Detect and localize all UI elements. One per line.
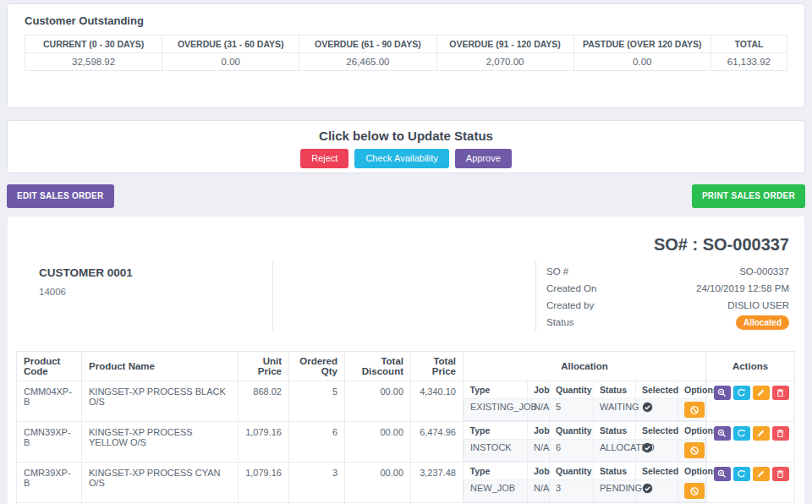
deallocate-button[interactable] xyxy=(684,402,705,418)
customer-code: 14006 xyxy=(39,287,272,297)
items-header-actions: Actions xyxy=(706,352,795,381)
search-plus-icon xyxy=(717,469,727,479)
ordered-qty-cell: 3 xyxy=(289,463,345,503)
outstanding-column-header: TOTAL xyxy=(710,36,787,53)
allocation-selected-cell xyxy=(636,480,678,502)
meta-line-status: Status Allocated xyxy=(546,314,789,331)
allocation-table: TypeJobQuantityStatusSelectedOptionsINST… xyxy=(464,422,707,462)
allocation-header: Job xyxy=(528,381,550,399)
outstanding-value: 0.00 xyxy=(573,53,710,71)
allocation-type-cell: INSTOCK xyxy=(464,440,528,462)
allocation-status-cell: ALLOCATED xyxy=(594,440,636,462)
allocation-status-cell: WAITING xyxy=(594,399,636,421)
table-row: CMN39XP-BKINGSET-XP PROCESS YELLOW O/S1,… xyxy=(17,422,795,463)
outstanding-value: 26,465.00 xyxy=(299,53,436,71)
allocation-selected-cell xyxy=(636,399,678,421)
items-header-ordered-qty: Ordered Qty xyxy=(289,352,345,381)
product-code-cell: CMN39XP-B xyxy=(17,422,82,463)
search-plus-icon xyxy=(717,429,727,438)
order-action-bar: EDIT SALES ORDER PRINT SALES ORDER xyxy=(7,184,805,208)
meta-label: SO # xyxy=(546,266,568,277)
edit-pencil-icon xyxy=(756,388,765,397)
refresh-allocation-button[interactable] xyxy=(733,386,750,400)
allocation-data-row: EXISTING_JOBN/A5WAITING xyxy=(464,399,707,421)
update-status-buttons: Reject Check Availability Approve xyxy=(8,149,804,168)
allocation-header: Selected xyxy=(636,463,678,480)
edit-pencil-icon xyxy=(756,469,765,479)
refresh-allocation-button[interactable] xyxy=(733,467,750,481)
meta-line-created-on: Created On 24/10/2019 12:58 PM xyxy=(546,280,789,297)
outstanding-column-header: OVERDUE (91 - 120 DAYS) xyxy=(436,36,573,53)
outstanding-column-header: CURRENT (0 - 30 DAYS) xyxy=(25,36,162,53)
refresh-allocation-button[interactable] xyxy=(733,426,750,441)
outstanding-value: 2,070.00 xyxy=(436,53,573,71)
ordered-qty-cell: 6 xyxy=(289,422,345,463)
unit-price-cell: 1,079.16 xyxy=(239,422,289,463)
outstanding-column-header: PASTDUE (OVER 120 DAYS) xyxy=(573,36,710,53)
deallocate-button[interactable] xyxy=(684,442,705,458)
approve-button[interactable]: Approve xyxy=(455,149,512,168)
view-allocation-button[interactable] xyxy=(714,386,731,400)
allocation-cell: TypeJobQuantityStatusSelectedOptionsEXIS… xyxy=(464,381,706,422)
edit-item-button[interactable] xyxy=(753,467,770,481)
meta-value: 24/10/2019 12:58 PM xyxy=(696,283,789,293)
edit-sales-order-button[interactable]: EDIT SALES ORDER xyxy=(7,184,114,208)
allocation-job-cell: N/A xyxy=(528,440,550,462)
delete-item-button[interactable] xyxy=(772,426,789,441)
total-discount-cell: 00.00 xyxy=(345,422,411,463)
deallocate-button[interactable] xyxy=(684,483,705,499)
print-sales-order-button[interactable]: PRINT SALES ORDER xyxy=(692,184,805,208)
allocation-header: Options xyxy=(678,463,707,480)
check-availability-button[interactable]: Check Availability xyxy=(354,149,448,168)
view-allocation-button[interactable] xyxy=(714,467,731,481)
allocation-header: Status xyxy=(594,463,636,480)
ban-icon xyxy=(689,405,700,415)
allocation-selected-cell xyxy=(636,440,678,462)
allocation-header: Type xyxy=(464,381,528,399)
sales-order-number-title: SO# : SO-000337 xyxy=(16,235,793,255)
selected-check-icon xyxy=(642,402,653,413)
total-price-cell: 4,340.10 xyxy=(411,381,464,422)
info-divider-block xyxy=(273,261,536,331)
allocation-header: Quantity xyxy=(550,463,594,480)
selected-check-icon xyxy=(642,442,653,453)
allocation-header: Options xyxy=(678,381,707,399)
allocation-type-cell: EXISTING_JOB xyxy=(464,399,528,421)
delete-item-button[interactable] xyxy=(772,386,789,400)
meta-value: SO-000337 xyxy=(739,266,789,277)
view-allocation-button[interactable] xyxy=(714,426,731,441)
outstanding-column-header: OVERDUE (31 - 60 DAYS) xyxy=(162,36,299,53)
allocation-options-cell xyxy=(678,440,707,462)
edit-item-button[interactable] xyxy=(753,426,770,441)
total-price-cell: 3,237.48 xyxy=(411,463,464,503)
product-name-cell: KINGSET-XP PROCESS BLACK O/S xyxy=(82,381,239,422)
allocation-cell: TypeJobQuantityStatusSelectedOptionsINST… xyxy=(464,422,706,463)
table-row: CMM04XP-BKINGSET-XP PROCESS BLACK O/S868… xyxy=(17,381,795,422)
product-code-cell: CMM04XP-B xyxy=(17,381,82,422)
meta-line-created-by: Created by DISLIO USER xyxy=(546,297,789,314)
allocation-header: Type xyxy=(464,422,528,440)
allocation-data-row: NEW_JOBN/A3PENDING xyxy=(464,480,707,502)
allocation-quantity-cell: 6 xyxy=(550,440,594,462)
allocation-header: Status xyxy=(594,381,636,399)
product-name-cell: KINGSET-XP PROCESS CYAN O/S xyxy=(82,463,239,503)
outstanding-value: 61,133.92 xyxy=(710,53,787,71)
customer-outstanding-title: Customer Outstanding xyxy=(25,14,787,27)
outstanding-value: 0.00 xyxy=(162,53,299,71)
outstanding-value: 32,598.92 xyxy=(25,53,162,71)
allocation-quantity-cell: 3 xyxy=(550,480,594,502)
edit-item-button[interactable] xyxy=(753,386,770,400)
reject-button[interactable]: Reject xyxy=(300,149,348,168)
allocation-header-row: TypeJobQuantityStatusSelectedOptions xyxy=(464,422,707,440)
sync-icon xyxy=(737,469,746,479)
sync-icon xyxy=(737,429,746,438)
total-discount-cell: 00.00 xyxy=(345,381,411,422)
delete-item-button[interactable] xyxy=(772,467,789,481)
meta-value: DISLIO USER xyxy=(727,300,789,310)
search-plus-icon xyxy=(717,388,727,397)
customer-outstanding-card: Customer Outstanding CURRENT (0 - 30 DAY… xyxy=(7,3,805,108)
trash-icon xyxy=(776,429,785,438)
allocation-header: Quantity xyxy=(550,381,594,399)
allocation-header: Job xyxy=(528,463,550,480)
allocation-header: Quantity xyxy=(550,422,594,440)
